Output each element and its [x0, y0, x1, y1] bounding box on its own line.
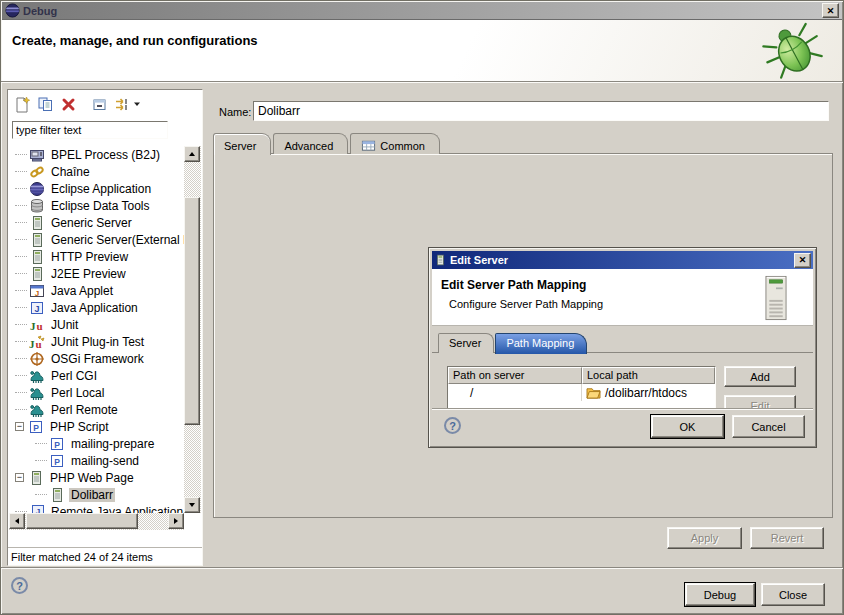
- tree-item-icon: [29, 283, 45, 299]
- server-tower-icon: [761, 275, 791, 321]
- name-input[interactable]: [253, 101, 829, 121]
- tree-item-icon: [49, 453, 65, 469]
- debug-button[interactable]: Debug: [685, 583, 755, 606]
- tree-item-j2ee-preview[interactable]: − J2EE Preview: [9, 265, 184, 282]
- banner-heading: Create, manage, and run configurations: [12, 33, 842, 48]
- collapse-all-icon[interactable]: [91, 96, 108, 113]
- dialog-title: Edit Server: [450, 254, 508, 266]
- window-title: Debug: [23, 5, 57, 17]
- dialog-tab-path-mapping[interactable]: Path Mapping: [495, 333, 587, 354]
- scroll-left-button[interactable]: [9, 513, 25, 529]
- tree-item-eclipse-application[interactable]: − Eclipse Application: [9, 180, 184, 197]
- dialog-close-button[interactable]: ✕: [794, 253, 811, 268]
- new-configuration-icon[interactable]: [14, 96, 31, 113]
- filter-input[interactable]: [12, 121, 168, 139]
- tree-connector: [15, 409, 27, 410]
- tree-item-junit[interactable]: − JUnit: [9, 316, 184, 333]
- tree-connector: [15, 290, 27, 291]
- tree-item-generic-server-external-la[interactable]: − Generic Server(External La: [9, 231, 184, 248]
- banner: Create, manage, and run configurations: [2, 20, 842, 81]
- tree-item-osgi-framework[interactable]: − OSGi Framework: [9, 350, 184, 367]
- tree-connector: [35, 443, 47, 444]
- dialog-help-icon[interactable]: ?: [444, 417, 461, 434]
- close-button[interactable]: Close: [761, 583, 825, 606]
- tree-item-icon: [29, 317, 45, 333]
- banner-separator: [1, 81, 843, 83]
- tree-item-junit-plug-in-test[interactable]: − JUnit Plug-in Test: [9, 333, 184, 350]
- dialog-header: Edit Server Path Mapping Configure Serve…: [432, 269, 813, 326]
- tree-item-icon: [28, 470, 44, 486]
- tree-item-php-web-page[interactable]: − PHP Web Page: [9, 469, 184, 486]
- help-icon[interactable]: ?: [11, 577, 28, 594]
- tree-item-eclipse-data-tools[interactable]: − Eclipse Data Tools: [9, 197, 184, 214]
- dialog-tab-server[interactable]: Server: [438, 333, 494, 353]
- dialog-button-bar: ? OK Cancel: [432, 408, 813, 444]
- tree-item-java-applet[interactable]: − Java Applet: [9, 282, 184, 299]
- title-bar[interactable]: Debug ✕: [2, 2, 842, 20]
- cancel-button[interactable]: Cancel: [732, 415, 805, 438]
- tab-common[interactable]: Common: [350, 133, 440, 154]
- tab-server[interactable]: Server: [213, 133, 271, 155]
- tree-item-perl-remote[interactable]: − Perl Remote: [9, 401, 184, 418]
- column-path-on-server[interactable]: Path on server: [448, 367, 582, 384]
- footer-separator: [1, 567, 843, 569]
- dialog-title-bar[interactable]: Edit Server ✕: [432, 251, 813, 269]
- tree-item-remote-java-application[interactable]: − Remote Java Application: [9, 503, 184, 513]
- add-mapping-button[interactable]: Add: [724, 366, 796, 387]
- tree-item-icon: [29, 504, 45, 514]
- tree-item-cha-ne[interactable]: − Chaîne: [9, 163, 184, 180]
- tree-item-mailing-prepare[interactable]: − mailing-prepare: [9, 435, 184, 452]
- scroll-down-button[interactable]: [184, 497, 200, 513]
- vertical-scroll-thumb[interactable]: [184, 197, 200, 425]
- table-icon: [361, 138, 376, 153]
- tab-advanced[interactable]: Advanced: [273, 133, 348, 154]
- tree-item-java-application[interactable]: − Java Application: [9, 299, 184, 316]
- duplicate-configuration-icon[interactable]: [37, 96, 54, 113]
- tree-horizontal-scrollbar[interactable]: [9, 513, 184, 530]
- tree-connector: [15, 392, 27, 393]
- tree-item-icon: [29, 232, 45, 248]
- tree-item-icon: [29, 181, 45, 197]
- scroll-right-button[interactable]: [168, 513, 184, 529]
- tree-connector: [15, 171, 27, 172]
- name-label: Name:: [219, 106, 251, 118]
- tree-connector: [15, 341, 27, 342]
- menu-caret-icon[interactable]: [133, 100, 141, 108]
- close-window-button[interactable]: ✕: [822, 3, 839, 18]
- delete-configuration-icon[interactable]: [60, 96, 77, 113]
- folder-icon: [586, 386, 601, 399]
- mapping-row[interactable]: / /dolibarr/htdocs: [448, 384, 715, 401]
- dialog-tabs: Server Path Mapping: [438, 332, 588, 353]
- tree-item-icon: [49, 436, 65, 452]
- tree-item-icon: [29, 351, 45, 367]
- sidebar-toolbar: [8, 90, 202, 118]
- tree-item-http-preview[interactable]: − HTTP Preview: [9, 248, 184, 265]
- dialog-subheading: Configure Server Path Mapping: [449, 298, 813, 310]
- scroll-up-button[interactable]: [184, 146, 200, 162]
- tree-item-mailing-send[interactable]: − mailing-send: [9, 452, 184, 469]
- collapse-expander-icon[interactable]: −: [15, 422, 24, 431]
- ok-button[interactable]: OK: [651, 415, 724, 438]
- tree-item-icon: [29, 334, 45, 350]
- tree-item-icon: [29, 249, 45, 265]
- server-icon: [434, 253, 446, 267]
- tree-item-icon: [28, 419, 44, 435]
- tree-item-php-script[interactable]: − PHP Script: [9, 418, 184, 435]
- tree-item-dolibarr[interactable]: − Dolibarr: [9, 486, 184, 503]
- tree-item-perl-cgi[interactable]: − Perl CGI: [9, 367, 184, 384]
- filter-icon[interactable]: [114, 96, 131, 113]
- tree-item-generic-server[interactable]: − Generic Server: [9, 214, 184, 231]
- revert-button[interactable]: Revert: [750, 527, 824, 549]
- tree-connector: [15, 239, 27, 240]
- dialog-heading: Edit Server Path Mapping: [441, 278, 813, 292]
- column-local-path[interactable]: Local path: [582, 367, 715, 384]
- horizontal-scroll-thumb[interactable]: [26, 513, 138, 529]
- tree-connector: [15, 154, 27, 155]
- table-header: Path on server Local path: [448, 367, 715, 384]
- tree-connector: [15, 256, 27, 257]
- tree-item-bpel-process-b2j[interactable]: − BPEL Process (B2J): [9, 146, 184, 163]
- apply-button[interactable]: Apply: [667, 527, 742, 549]
- tree-vertical-scrollbar[interactable]: [184, 146, 201, 513]
- tree-item-perl-local[interactable]: − Perl Local: [9, 384, 184, 401]
- collapse-expander-icon[interactable]: −: [15, 473, 24, 482]
